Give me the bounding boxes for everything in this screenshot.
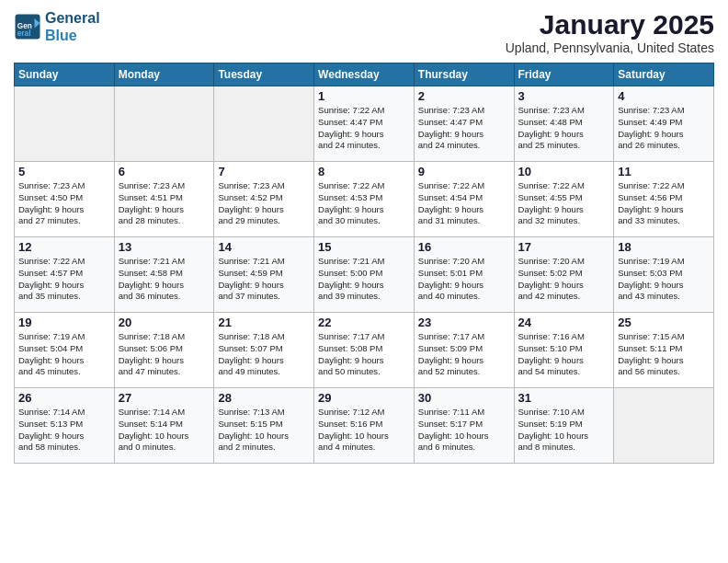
- calendar-cell: 24Sunrise: 7:16 AM Sunset: 5:10 PM Dayli…: [514, 313, 614, 388]
- day-number: 6: [119, 165, 210, 178]
- logo-text: General Blue: [45, 9, 100, 44]
- calendar-cell: [15, 86, 115, 162]
- day-number: 7: [218, 165, 310, 178]
- day-info: Sunrise: 7:22 AM Sunset: 4:56 PM Dayligh…: [618, 180, 710, 227]
- day-number: 20: [119, 316, 210, 329]
- day-info: Sunrise: 7:23 AM Sunset: 4:48 PM Dayligh…: [518, 105, 610, 152]
- calendar-cell: 14Sunrise: 7:21 AM Sunset: 4:59 PM Dayli…: [214, 237, 314, 313]
- location: Upland, Pennsylvania, United States: [506, 40, 714, 55]
- day-number: 23: [418, 316, 510, 329]
- calendar-cell: 7Sunrise: 7:23 AM Sunset: 4:52 PM Daylig…: [214, 162, 314, 237]
- weekday-header: Friday: [514, 63, 614, 86]
- calendar-cell: 9Sunrise: 7:22 AM Sunset: 4:54 PM Daylig…: [414, 162, 514, 237]
- calendar-cell: 19Sunrise: 7:19 AM Sunset: 5:04 PM Dayli…: [15, 313, 115, 388]
- calendar-cell: [114, 86, 214, 162]
- day-info: Sunrise: 7:22 AM Sunset: 4:54 PM Dayligh…: [418, 180, 510, 227]
- day-info: Sunrise: 7:22 AM Sunset: 4:47 PM Dayligh…: [318, 105, 410, 152]
- weekday-header: Saturday: [614, 63, 714, 86]
- calendar-cell: 13Sunrise: 7:21 AM Sunset: 4:58 PM Dayli…: [114, 237, 214, 313]
- calendar-week-row: 12Sunrise: 7:22 AM Sunset: 4:57 PM Dayli…: [15, 237, 714, 313]
- weekday-header: Sunday: [15, 63, 115, 86]
- calendar-cell: [214, 86, 314, 162]
- calendar-cell: 11Sunrise: 7:22 AM Sunset: 4:56 PM Dayli…: [614, 162, 714, 237]
- calendar-cell: 10Sunrise: 7:22 AM Sunset: 4:55 PM Dayli…: [514, 162, 614, 237]
- day-number: 22: [318, 316, 410, 329]
- day-number: 25: [618, 316, 710, 329]
- day-number: 24: [518, 316, 610, 329]
- day-number: 12: [18, 240, 110, 254]
- calendar-cell: 1Sunrise: 7:22 AM Sunset: 4:47 PM Daylig…: [314, 86, 415, 162]
- calendar-cell: 29Sunrise: 7:12 AM Sunset: 5:16 PM Dayli…: [314, 388, 415, 464]
- day-number: 3: [518, 89, 610, 103]
- calendar-table: SundayMondayTuesdayWednesdayThursdayFrid…: [14, 63, 714, 464]
- day-info: Sunrise: 7:19 AM Sunset: 5:03 PM Dayligh…: [618, 256, 710, 303]
- day-number: 9: [418, 165, 510, 178]
- calendar-cell: 27Sunrise: 7:14 AM Sunset: 5:14 PM Dayli…: [114, 388, 214, 464]
- day-info: Sunrise: 7:20 AM Sunset: 5:02 PM Dayligh…: [518, 256, 610, 303]
- svg-text:eral: eral: [17, 29, 31, 38]
- day-info: Sunrise: 7:20 AM Sunset: 5:01 PM Dayligh…: [418, 256, 510, 303]
- month-title: January 2025: [506, 9, 714, 40]
- calendar-cell: 30Sunrise: 7:11 AM Sunset: 5:17 PM Dayli…: [414, 388, 514, 464]
- calendar-week-row: 26Sunrise: 7:14 AM Sunset: 5:13 PM Dayli…: [15, 388, 714, 464]
- day-number: 16: [418, 240, 510, 254]
- header-row: SundayMondayTuesdayWednesdayThursdayFrid…: [15, 63, 714, 86]
- calendar-cell: 25Sunrise: 7:15 AM Sunset: 5:11 PM Dayli…: [614, 313, 714, 388]
- day-number: 27: [119, 391, 210, 405]
- calendar-cell: 26Sunrise: 7:14 AM Sunset: 5:13 PM Dayli…: [15, 388, 115, 464]
- title-area: January 2025 Upland, Pennsylvania, Unite…: [506, 9, 714, 55]
- calendar-cell: 18Sunrise: 7:19 AM Sunset: 5:03 PM Dayli…: [614, 237, 714, 313]
- calendar-cell: 23Sunrise: 7:17 AM Sunset: 5:09 PM Dayli…: [414, 313, 514, 388]
- calendar-week-row: 5Sunrise: 7:23 AM Sunset: 4:50 PM Daylig…: [15, 162, 714, 237]
- calendar-cell: 22Sunrise: 7:17 AM Sunset: 5:08 PM Dayli…: [314, 313, 415, 388]
- day-number: 21: [218, 316, 310, 329]
- day-info: Sunrise: 7:13 AM Sunset: 5:15 PM Dayligh…: [218, 407, 310, 454]
- calendar-cell: 2Sunrise: 7:23 AM Sunset: 4:47 PM Daylig…: [414, 86, 514, 162]
- day-number: 15: [318, 240, 410, 254]
- logo-icon: Gen eral: [14, 13, 41, 40]
- day-number: 30: [418, 391, 510, 405]
- weekday-header: Thursday: [414, 63, 514, 86]
- calendar-week-row: 19Sunrise: 7:19 AM Sunset: 5:04 PM Dayli…: [15, 313, 714, 388]
- day-info: Sunrise: 7:17 AM Sunset: 5:08 PM Dayligh…: [318, 331, 410, 378]
- day-info: Sunrise: 7:15 AM Sunset: 5:11 PM Dayligh…: [618, 331, 710, 378]
- page-container: Gen eral General Blue January 2025 Uplan…: [0, 0, 728, 468]
- day-info: Sunrise: 7:21 AM Sunset: 4:59 PM Dayligh…: [218, 256, 310, 303]
- logo-blue: Blue: [45, 28, 77, 43]
- calendar-cell: [614, 388, 714, 464]
- day-number: 28: [218, 391, 310, 405]
- day-info: Sunrise: 7:22 AM Sunset: 4:57 PM Dayligh…: [18, 256, 110, 303]
- calendar-week-row: 1Sunrise: 7:22 AM Sunset: 4:47 PM Daylig…: [15, 86, 714, 162]
- day-number: 5: [18, 165, 110, 178]
- day-info: Sunrise: 7:23 AM Sunset: 4:51 PM Dayligh…: [119, 180, 210, 227]
- logo: Gen eral General Blue: [14, 9, 100, 44]
- calendar-cell: 15Sunrise: 7:21 AM Sunset: 5:00 PM Dayli…: [314, 237, 415, 313]
- logo-general: General: [45, 10, 100, 26]
- day-info: Sunrise: 7:23 AM Sunset: 4:49 PM Dayligh…: [618, 105, 710, 152]
- day-info: Sunrise: 7:23 AM Sunset: 4:52 PM Dayligh…: [218, 180, 310, 227]
- day-number: 1: [318, 89, 410, 103]
- day-info: Sunrise: 7:14 AM Sunset: 5:13 PM Dayligh…: [18, 407, 110, 454]
- day-info: Sunrise: 7:19 AM Sunset: 5:04 PM Dayligh…: [18, 331, 110, 378]
- day-info: Sunrise: 7:17 AM Sunset: 5:09 PM Dayligh…: [418, 331, 510, 378]
- day-info: Sunrise: 7:23 AM Sunset: 4:47 PM Dayligh…: [418, 105, 510, 152]
- calendar-cell: 16Sunrise: 7:20 AM Sunset: 5:01 PM Dayli…: [414, 237, 514, 313]
- day-info: Sunrise: 7:11 AM Sunset: 5:17 PM Dayligh…: [418, 407, 510, 454]
- day-number: 10: [518, 165, 610, 178]
- calendar-cell: 17Sunrise: 7:20 AM Sunset: 5:02 PM Dayli…: [514, 237, 614, 313]
- calendar-cell: 21Sunrise: 7:18 AM Sunset: 5:07 PM Dayli…: [214, 313, 314, 388]
- calendar-cell: 5Sunrise: 7:23 AM Sunset: 4:50 PM Daylig…: [15, 162, 115, 237]
- day-info: Sunrise: 7:21 AM Sunset: 4:58 PM Dayligh…: [119, 256, 210, 303]
- day-number: 29: [318, 391, 410, 405]
- day-info: Sunrise: 7:21 AM Sunset: 5:00 PM Dayligh…: [318, 256, 410, 303]
- day-number: 14: [218, 240, 310, 254]
- calendar-cell: 28Sunrise: 7:13 AM Sunset: 5:15 PM Dayli…: [214, 388, 314, 464]
- day-info: Sunrise: 7:16 AM Sunset: 5:10 PM Dayligh…: [518, 331, 610, 378]
- day-number: 26: [18, 391, 110, 405]
- day-number: 4: [618, 89, 710, 103]
- day-number: 18: [618, 240, 710, 254]
- calendar-cell: 20Sunrise: 7:18 AM Sunset: 5:06 PM Dayli…: [114, 313, 214, 388]
- calendar-cell: 31Sunrise: 7:10 AM Sunset: 5:19 PM Dayli…: [514, 388, 614, 464]
- day-info: Sunrise: 7:22 AM Sunset: 4:53 PM Dayligh…: [318, 180, 410, 227]
- day-info: Sunrise: 7:18 AM Sunset: 5:06 PM Dayligh…: [119, 331, 210, 378]
